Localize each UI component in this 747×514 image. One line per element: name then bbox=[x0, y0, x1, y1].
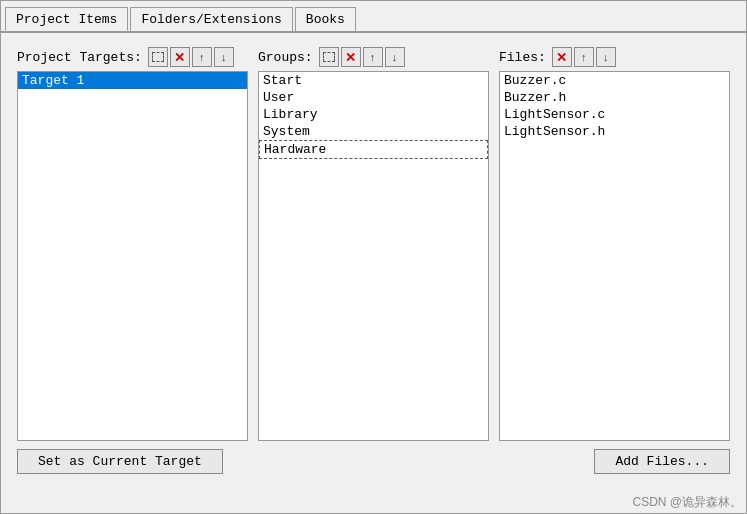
groups-listbox[interactable]: Start User Library System Hardware bbox=[258, 71, 489, 441]
groups-new-button[interactable] bbox=[319, 47, 339, 67]
x-icon: ✕ bbox=[345, 51, 356, 64]
tab-books[interactable]: Books bbox=[295, 7, 356, 31]
arrow-down-icon: ↓ bbox=[603, 51, 609, 63]
groups-label: Groups: bbox=[258, 50, 313, 65]
list-item[interactable]: Library bbox=[259, 106, 488, 123]
targets-delete-button[interactable]: ✕ bbox=[170, 47, 190, 67]
bottom-bar: Set as Current Target Add Files... bbox=[17, 441, 730, 478]
targets-new-button[interactable] bbox=[148, 47, 168, 67]
dashed-rect-icon bbox=[323, 52, 335, 62]
arrow-down-icon: ↓ bbox=[221, 51, 227, 63]
list-item[interactable]: Hardware bbox=[259, 140, 488, 159]
list-item[interactable]: Start bbox=[259, 72, 488, 89]
list-item[interactable]: System bbox=[259, 123, 488, 140]
groups-delete-button[interactable]: ✕ bbox=[341, 47, 361, 67]
list-item[interactable]: User bbox=[259, 89, 488, 106]
list-item[interactable]: Buzzer.c bbox=[500, 72, 729, 89]
files-listbox[interactable]: Buzzer.c Buzzer.h LightSensor.c LightSen… bbox=[499, 71, 730, 441]
groups-down-button[interactable]: ↓ bbox=[385, 47, 405, 67]
set-current-target-button[interactable]: Set as Current Target bbox=[17, 449, 223, 474]
main-content: Project Targets: ✕ ↑ ↓ Target 1 bbox=[1, 33, 746, 492]
list-item[interactable]: LightSensor.h bbox=[500, 123, 729, 140]
files-label: Files: bbox=[499, 50, 546, 65]
columns-container: Project Targets: ✕ ↑ ↓ Target 1 bbox=[17, 47, 730, 441]
tab-folders-extensions[interactable]: Folders/Extensions bbox=[130, 7, 292, 31]
targets-column: Project Targets: ✕ ↑ ↓ Target 1 bbox=[17, 47, 248, 441]
list-item[interactable]: Target 1 bbox=[18, 72, 247, 89]
targets-label: Project Targets: bbox=[17, 50, 142, 65]
list-item[interactable]: Buzzer.h bbox=[500, 89, 729, 106]
groups-up-button[interactable]: ↑ bbox=[363, 47, 383, 67]
list-item[interactable]: LightSensor.c bbox=[500, 106, 729, 123]
files-column: Files: ✕ ↑ ↓ Buzzer.c Buzzer.h LightSens… bbox=[499, 47, 730, 441]
files-up-button[interactable]: ↑ bbox=[574, 47, 594, 67]
arrow-up-icon: ↑ bbox=[199, 51, 205, 63]
arrow-down-icon: ↓ bbox=[392, 51, 398, 63]
x-icon: ✕ bbox=[174, 51, 185, 64]
arrow-up-icon: ↑ bbox=[370, 51, 376, 63]
files-header: Files: ✕ ↑ ↓ bbox=[499, 47, 730, 67]
tab-bar: Project Items Folders/Extensions Books bbox=[1, 1, 746, 33]
main-window: Project Items Folders/Extensions Books P… bbox=[0, 0, 747, 514]
dashed-rect-icon bbox=[152, 52, 164, 62]
tab-project-items[interactable]: Project Items bbox=[5, 7, 128, 31]
targets-listbox[interactable]: Target 1 bbox=[17, 71, 248, 441]
arrow-up-icon: ↑ bbox=[581, 51, 587, 63]
files-delete-button[interactable]: ✕ bbox=[552, 47, 572, 67]
watermark: CSDN @诡异森林。 bbox=[1, 492, 746, 513]
groups-header: Groups: ✕ ↑ ↓ bbox=[258, 47, 489, 67]
targets-up-button[interactable]: ↑ bbox=[192, 47, 212, 67]
groups-column: Groups: ✕ ↑ ↓ Start User bbox=[258, 47, 489, 441]
targets-header: Project Targets: ✕ ↑ ↓ bbox=[17, 47, 248, 67]
targets-down-button[interactable]: ↓ bbox=[214, 47, 234, 67]
add-files-button[interactable]: Add Files... bbox=[594, 449, 730, 474]
files-down-button[interactable]: ↓ bbox=[596, 47, 616, 67]
x-icon: ✕ bbox=[556, 51, 567, 64]
